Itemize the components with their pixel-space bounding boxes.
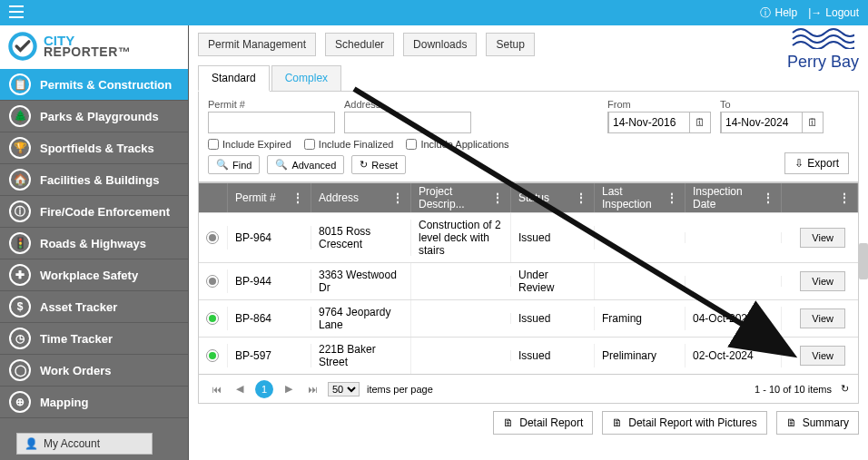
cell-description: Construction of 2 level deck with stairs (411, 213, 511, 262)
sidebar-item-asset-tracker[interactable]: $Asset Tracker (0, 291, 188, 323)
doc-icon: 🗎 (786, 416, 797, 429)
column-menu-icon[interactable]: ⋮ (492, 191, 503, 204)
downloads-button[interactable]: Downloads (403, 33, 477, 56)
col-description[interactable]: Project Descrip... (419, 185, 492, 210)
logo: CITY REPORTER™ (0, 25, 188, 69)
column-menu-icon[interactable]: ⋮ (392, 191, 403, 204)
view-button[interactable]: View (800, 346, 845, 366)
sidebar-item-label: Mapping (40, 396, 88, 409)
sidebar-item-facilities-buildings[interactable]: 🏠Facilities & Buildings (0, 164, 188, 196)
cell-permit: BP-597 (228, 344, 311, 367)
my-account-label: My Account (44, 437, 100, 450)
filter-panel: Permit # Address From 🗓 To (198, 91, 859, 182)
items-per-page-label: items per page (367, 384, 433, 395)
hamburger-icon[interactable] (9, 5, 24, 21)
permit-number-input[interactable] (208, 112, 335, 133)
sidebar-item-parks-playgrounds[interactable]: 🌲Parks & Playgrounds (0, 101, 188, 132)
row-status-dot[interactable] (206, 349, 219, 362)
reset-icon: ↻ (360, 159, 368, 171)
from-date-input[interactable] (608, 112, 690, 133)
permit-management-button[interactable]: Permit Management (198, 33, 316, 56)
detail-report-pictures-button[interactable]: 🗎Detail Report with Pictures (602, 411, 766, 435)
column-menu-icon[interactable]: ⋮ (666, 191, 677, 204)
export-icon: ⇩ (794, 157, 804, 170)
cell-permit: BP-944 (228, 269, 311, 293)
table-header: Permit #⋮ Address⋮ Project Descrip...⋮ S… (199, 183, 858, 212)
permit-number-label: Permit # (208, 99, 335, 110)
logout-link[interactable]: |→Logout (808, 6, 859, 19)
to-date-input[interactable] (721, 112, 803, 133)
export-button[interactable]: ⇩Export (784, 152, 849, 174)
column-menu-icon[interactable]: ⋮ (292, 191, 303, 204)
my-account-button[interactable]: 👤 My Account (16, 433, 153, 455)
table-row: BP-9648015 Ross CrescentConstruction of … (199, 212, 858, 262)
sidebar-item-permits-construction[interactable]: 📋Permits & Construction (0, 69, 188, 101)
include-applications-checkbox[interactable]: Include Applications (406, 139, 508, 150)
pager-summary: 1 - 10 of 10 items (755, 384, 832, 395)
scheduler-button[interactable]: Scheduler (325, 33, 394, 56)
advanced-button[interactable]: 🔍Advanced (267, 155, 344, 174)
clipboard-icon: 📋 (9, 73, 31, 95)
col-address[interactable]: Address (319, 191, 359, 204)
include-expired-checkbox[interactable]: Include Expired (208, 139, 291, 150)
column-menu-icon[interactable]: ⋮ (839, 191, 850, 204)
sidebar-item-workplace-safety[interactable]: ✚Workplace Safety (0, 259, 188, 291)
cell-permit: BP-864 (228, 307, 311, 330)
row-status-dot[interactable] (206, 312, 219, 325)
calendar-icon[interactable]: 🗓 (803, 116, 823, 129)
pager-last-icon[interactable]: ⏭ (304, 381, 321, 397)
find-button[interactable]: 🔍Find (208, 155, 260, 174)
to-label: To (720, 99, 824, 110)
include-finalized-checkbox[interactable]: Include Finalized (304, 139, 394, 150)
view-button[interactable]: View (800, 271, 845, 291)
calendar-icon[interactable]: 🗓 (690, 116, 710, 129)
pager-prev-icon[interactable]: ◀ (232, 381, 248, 397)
row-status-dot[interactable] (206, 275, 219, 288)
column-menu-icon[interactable]: ⋮ (576, 191, 587, 204)
reset-button[interactable]: ↻Reset (351, 155, 406, 174)
search-icon: 🔍 (216, 159, 229, 171)
table-row: BP-8649764 Jeopardy LaneIssuedFraming04-… (199, 299, 858, 337)
cell-status: Issued (511, 226, 595, 250)
cell-inspection-date: 02-Oct-2024 (686, 344, 782, 367)
pager-next-icon[interactable]: ▶ (281, 381, 297, 397)
cell-address: 3363 Westwood Dr (311, 263, 411, 299)
logout-icon: |→ (808, 6, 822, 19)
detail-report-button[interactable]: 🗎Detail Report (493, 411, 593, 435)
topbar: ⓘHelp |→Logout (0, 0, 868, 25)
col-permit[interactable]: Permit # (235, 191, 276, 204)
setup-button[interactable]: Setup (486, 33, 534, 56)
column-menu-icon[interactable]: ⋮ (763, 191, 774, 204)
sidebar-item-work-orders[interactable]: ◯Work Orders (0, 355, 188, 387)
col-last-inspection[interactable]: Last Inspection (602, 185, 666, 210)
col-status[interactable]: Status (518, 191, 549, 204)
cell-status: Under Review (511, 263, 595, 299)
view-button[interactable]: View (800, 228, 845, 248)
summary-button[interactable]: 🗎Summary (776, 411, 859, 435)
refresh-icon[interactable]: ↻ (841, 383, 849, 395)
page-size-select[interactable]: 50 (328, 382, 360, 396)
logo-icon (7, 31, 38, 62)
sidebar-item-roads-highways[interactable]: 🚦Roads & Highways (0, 228, 188, 259)
cell-description (411, 313, 511, 324)
help-link[interactable]: ⓘHelp (760, 5, 797, 21)
address-input[interactable] (344, 112, 471, 133)
view-button[interactable]: View (800, 308, 845, 328)
pager-current[interactable]: 1 (255, 380, 273, 398)
sidebar-item-mapping[interactable]: ⊕Mapping (0, 387, 188, 418)
permits-table: Permit #⋮ Address⋮ Project Descrip...⋮ S… (198, 182, 859, 375)
sidebar-item-time-tracker[interactable]: ◷Time Tracker (0, 323, 188, 355)
pager-first-icon[interactable]: ⏮ (208, 381, 224, 397)
row-status-dot[interactable] (206, 231, 219, 244)
logo-reporter: REPORTER™ (44, 46, 131, 58)
user-icon: 👤 (25, 437, 38, 450)
col-inspection-date[interactable]: Inspection Date (693, 185, 763, 210)
scrollbar[interactable] (859, 243, 868, 279)
sidebar-item-sportfields-tracks[interactable]: 🏆Sportfields & Tracks (0, 132, 188, 164)
tab-standard[interactable]: Standard (198, 65, 270, 92)
sidebar-item-label: Work Orders (40, 364, 112, 377)
sidebar-item-fire-code-enforcement[interactable]: ⓘFire/Code Enforcement (0, 196, 188, 228)
table-row: BP-9443363 Westwood DrUnder ReviewView (199, 262, 858, 299)
tab-complex[interactable]: Complex (271, 65, 341, 92)
cell-description (411, 276, 511, 287)
